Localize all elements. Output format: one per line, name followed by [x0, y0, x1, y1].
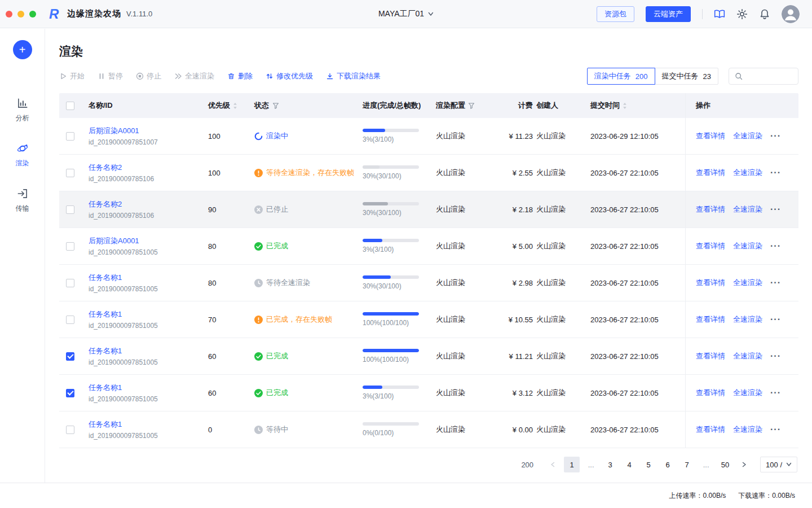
view-details-link[interactable]: 查看详情 — [696, 278, 725, 288]
more-actions-icon[interactable]: ··· — [770, 241, 781, 251]
task-name-link[interactable]: 任务名称1 — [89, 383, 122, 393]
table-row[interactable]: 任务名称2id_201900009785106 100 等待全速渲染，存在失败帧… — [59, 155, 798, 191]
prev-page-button[interactable] — [545, 457, 561, 472]
page-size-select[interactable]: 100 / — [760, 457, 797, 472]
page-button-7[interactable]: 7 — [679, 457, 695, 472]
table-row[interactable]: 任务名称1id_2019000097851005 60 已完成 3%(3/100… — [59, 375, 798, 411]
stop-button[interactable]: 停止 — [136, 71, 161, 81]
page-button-5[interactable]: 5 — [641, 457, 656, 472]
fullspeed-render-link[interactable]: 全速渲染 — [733, 424, 762, 435]
row-checkbox[interactable] — [66, 352, 74, 361]
table-row[interactable]: 后期渲染A0001id_2019000097851007 100 渲染中 3%(… — [59, 118, 798, 155]
more-actions-icon[interactable]: ··· — [770, 314, 781, 325]
fullspeed-render-link[interactable]: 全速渲染 — [733, 241, 762, 251]
fullspeed-render-link[interactable]: 全速渲染 — [733, 168, 762, 178]
fullspeed-render-button[interactable]: 全速渲染 — [174, 71, 214, 81]
more-actions-icon[interactable]: ··· — [770, 424, 781, 435]
table-row[interactable]: 任务名称1id_2019000097851005 0 等待中 0%(0/100)… — [59, 411, 798, 448]
next-page-button[interactable] — [736, 457, 752, 472]
view-details-link[interactable]: 查看详情 — [696, 204, 725, 214]
fullspeed-render-link[interactable]: 全速渲染 — [733, 278, 762, 288]
delete-button[interactable]: 删除 — [227, 71, 253, 81]
fullspeed-render-link[interactable]: 全速渲染 — [733, 204, 762, 214]
fullspeed-render-link[interactable]: 全速渲染 — [733, 388, 762, 398]
page-button-6[interactable]: 6 — [660, 457, 676, 472]
cost-value: ¥ 3.12 — [502, 389, 536, 397]
sidebar-item-render[interactable]: 渲染 — [0, 133, 45, 178]
modify-priority-button[interactable]: 修改优先级 — [266, 71, 313, 81]
task-name-link[interactable]: 任务名称2 — [89, 163, 122, 173]
docs-book-icon[interactable] — [714, 8, 725, 20]
creator: 火山渲染 — [536, 241, 590, 251]
download-results-button[interactable]: 下载渲染结果 — [326, 71, 381, 81]
view-details-link[interactable]: 查看详情 — [696, 351, 725, 361]
view-details-link[interactable]: 查看详情 — [696, 314, 725, 325]
table-row[interactable]: 任务名称2id_201900009785106 90 已停止 30%(30/10… — [59, 191, 798, 228]
view-details-link[interactable]: 查看详情 — [696, 388, 725, 398]
task-name-link[interactable]: 任务名称1 — [89, 273, 122, 283]
table-row[interactable]: 任务名称1id_2019000097851005 70 已完成，存在失败帧 10… — [59, 301, 798, 338]
more-actions-icon[interactable]: ··· — [770, 351, 781, 361]
more-actions-icon[interactable]: ··· — [770, 388, 781, 398]
page-button-1[interactable]: 1 — [564, 457, 580, 472]
col-config-header[interactable]: 渲染配置 — [436, 100, 502, 111]
filter-funnel-icon[interactable] — [468, 102, 475, 109]
window-close-button[interactable] — [6, 11, 12, 17]
row-checkbox[interactable] — [66, 242, 74, 251]
page-button-50[interactable]: 50 — [717, 457, 733, 472]
more-actions-icon[interactable]: ··· — [770, 131, 781, 141]
row-checkbox[interactable] — [66, 426, 74, 434]
search-input[interactable] — [746, 72, 792, 81]
sort-icon[interactable] — [623, 102, 627, 110]
task-name-link[interactable]: 任务名称1 — [89, 309, 122, 319]
view-details-link[interactable]: 查看详情 — [696, 131, 725, 141]
table-row[interactable]: 任务名称1id_2019000097851005 80 等待全速渲染 30%(3… — [59, 265, 798, 301]
more-actions-icon[interactable]: ··· — [770, 168, 781, 178]
task-name-link[interactable]: 任务名称1 — [89, 419, 122, 430]
more-actions-icon[interactable]: ··· — [770, 204, 781, 214]
pause-button[interactable]: 暂停 — [98, 71, 123, 81]
task-name-link[interactable]: 后期渲染A0001 — [89, 236, 139, 246]
notifications-bell-icon[interactable] — [759, 8, 770, 20]
row-checkbox[interactable] — [66, 169, 74, 177]
select-all-checkbox[interactable] — [66, 102, 74, 110]
tab-submitting-tasks[interactable]: 提交中任务23 — [655, 68, 718, 85]
tab-rendering-tasks[interactable]: 渲染中任务200 — [587, 68, 655, 85]
sort-icon[interactable] — [233, 102, 237, 110]
task-name-link[interactable]: 任务名称2 — [89, 199, 122, 209]
task-name-link[interactable]: 任务名称1 — [89, 346, 122, 356]
window-maximize-button[interactable] — [29, 11, 36, 17]
row-checkbox[interactable] — [66, 279, 74, 287]
view-details-link[interactable]: 查看详情 — [696, 424, 725, 435]
row-checkbox[interactable] — [66, 132, 74, 141]
table-row[interactable]: 后期渲染A0001id_2019000097851005 80 已完成 3%(3… — [59, 228, 798, 265]
cloud-assets-button[interactable]: 云端资产 — [646, 6, 691, 22]
user-avatar[interactable] — [782, 5, 800, 23]
page-button-4[interactable]: 4 — [621, 457, 637, 472]
sidebar-item-transfer[interactable]: 传输 — [0, 178, 45, 223]
col-status-header[interactable]: 状态 — [254, 100, 363, 111]
col-time-header[interactable]: 提交时间 — [590, 100, 685, 111]
workspace-selector[interactable]: MAYA工厂01 — [378, 9, 434, 19]
view-details-link[interactable]: 查看详情 — [696, 168, 725, 178]
filter-funnel-icon[interactable] — [272, 102, 279, 109]
more-actions-icon[interactable]: ··· — [770, 278, 781, 288]
table-row[interactable]: 任务名称1id_2019000097851005 60 已完成 100%(100… — [59, 338, 798, 375]
new-task-button[interactable]: + — [13, 40, 32, 59]
search-box[interactable] — [729, 68, 798, 85]
row-checkbox[interactable] — [66, 389, 74, 397]
fullspeed-render-link[interactable]: 全速渲染 — [733, 351, 762, 361]
col-priority-header[interactable]: 优先级 — [208, 100, 254, 111]
window-minimize-button[interactable] — [17, 11, 24, 17]
row-checkbox[interactable] — [66, 316, 74, 324]
fullspeed-render-link[interactable]: 全速渲染 — [733, 131, 762, 141]
start-button[interactable]: 开始 — [59, 71, 85, 81]
task-name-link[interactable]: 后期渲染A0001 — [89, 126, 139, 136]
resource-pack-button[interactable]: 资源包 — [597, 6, 634, 22]
fullspeed-render-link[interactable]: 全速渲染 — [733, 314, 762, 325]
sidebar-item-analysis[interactable]: 分析 — [0, 87, 45, 133]
page-button-3[interactable]: 3 — [602, 457, 618, 472]
settings-gear-icon[interactable] — [736, 8, 748, 20]
row-checkbox[interactable] — [66, 205, 74, 214]
view-details-link[interactable]: 查看详情 — [696, 241, 725, 251]
